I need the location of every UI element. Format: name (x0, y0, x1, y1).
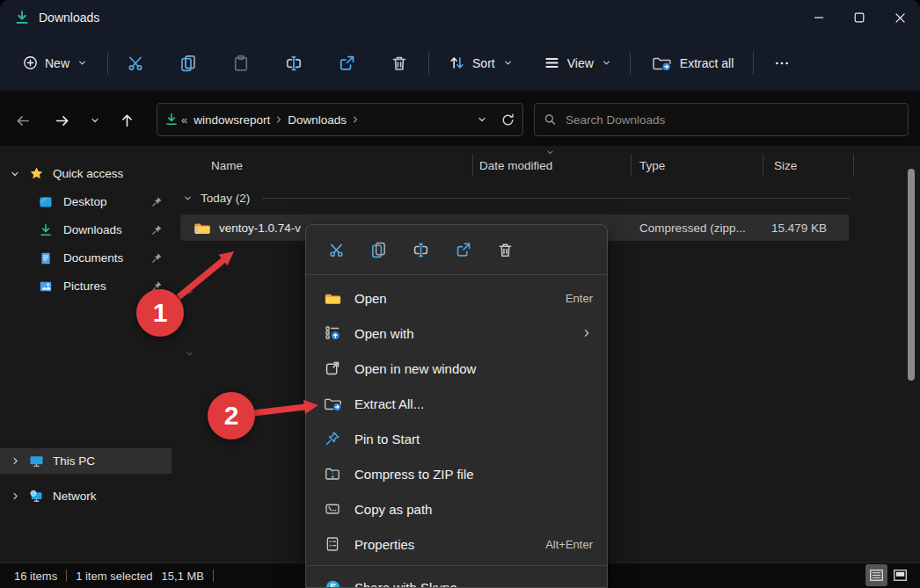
file-type: Compressed (zipp... (639, 221, 746, 235)
view-label: View (567, 56, 594, 70)
navigation-sidebar: Quick access Desktop Downloads Documents… (0, 146, 172, 563)
view-icon (544, 54, 560, 71)
maximize-button[interactable] (839, 0, 880, 35)
menu-item-properties[interactable]: Properties Alt+Enter (306, 526, 607, 562)
annotation-step-1: 1 (136, 289, 184, 337)
share-button[interactable] (326, 46, 367, 81)
paste-button[interactable] (221, 46, 261, 81)
menu-item-pin-to-start[interactable]: Pin to Start (306, 421, 607, 456)
toolbar-separator (107, 52, 108, 75)
column-header-type[interactable]: Type (639, 154, 665, 177)
search-box[interactable] (534, 103, 909, 136)
menu-item-label: Open in new window (354, 361, 476, 376)
chevron-down-icon[interactable] (9, 168, 21, 180)
thumbnails-view-button[interactable] (889, 564, 911, 586)
sidebar-item-this-pc[interactable]: This PC (0, 448, 172, 474)
address-bar[interactable]: « windowsreport Downloads (157, 103, 523, 136)
copy-button[interactable] (168, 46, 208, 81)
menu-item-open-in-new-window[interactable]: Open in new window (306, 351, 607, 386)
group-collapse-icon[interactable] (184, 287, 195, 298)
chevron-right-icon[interactable] (10, 455, 21, 467)
group-label: Today (2) (201, 192, 250, 205)
sidebar-item-network[interactable]: Network (0, 483, 172, 509)
context-menu-icon-row (306, 225, 607, 274)
vertical-scrollbar[interactable] (908, 169, 915, 381)
pin-icon (151, 196, 163, 207)
cut-button[interactable] (115, 46, 156, 81)
menu-item-open-with[interactable]: Open with (306, 316, 607, 351)
refresh-icon[interactable] (500, 113, 515, 127)
address-dropdown-icon[interactable] (476, 113, 488, 126)
menu-shortcut: Alt+Enter (545, 538, 593, 551)
delete-button[interactable] (379, 46, 420, 81)
minimize-icon (814, 12, 824, 23)
open-with-icon (325, 325, 340, 341)
status-divider (213, 570, 214, 582)
chevron-right-icon (274, 114, 284, 125)
sidebar-item-documents[interactable]: Documents (0, 245, 172, 271)
breadcrumb-downloads[interactable]: Downloads (284, 113, 350, 127)
details-view-button[interactable] (865, 564, 887, 586)
column-separator[interactable] (853, 154, 854, 177)
menu-separator (306, 565, 607, 566)
menu-item-share-with-skype[interactable]: Share with Skype (306, 570, 607, 588)
menu-item-open[interactable]: Open Enter (306, 280, 607, 316)
selection-count: 1 item selected (76, 570, 152, 583)
new-label: New (45, 56, 69, 70)
copy-icon (370, 242, 387, 258)
sidebar-item-quick-access[interactable]: Quick access (0, 161, 172, 186)
chevron-down-icon (502, 57, 514, 69)
sidebar-item-desktop[interactable]: Desktop (0, 189, 172, 214)
up-button[interactable] (114, 108, 139, 133)
selection-size: 15,1 MB (162, 570, 204, 583)
column-separator[interactable] (631, 154, 632, 177)
search-input[interactable] (566, 113, 899, 127)
recent-locations-button[interactable] (83, 108, 107, 133)
rename-icon (413, 242, 429, 258)
menu-item-compress-to-zip[interactable]: Compress to ZIP file (306, 456, 607, 491)
group-collapse-icon[interactable] (182, 192, 193, 204)
close-button[interactable] (880, 0, 920, 35)
compress-icon (325, 466, 340, 482)
extract-all-button[interactable]: Extract all (645, 46, 741, 81)
new-button[interactable]: New (16, 46, 95, 81)
column-separator[interactable] (472, 154, 473, 177)
network-icon (29, 489, 44, 504)
column-header-size[interactable]: Size (774, 154, 797, 177)
breadcrumb-overflow[interactable]: « (179, 113, 190, 127)
sidebar-item-downloads[interactable]: Downloads (0, 217, 172, 243)
folder-icon (324, 291, 342, 306)
menu-item-label: Compress to ZIP file (354, 467, 474, 482)
group-header-today[interactable]: Today (2) (179, 186, 850, 209)
chevron-right-icon[interactable] (10, 490, 21, 502)
view-button[interactable]: View (537, 46, 619, 81)
minimize-button[interactable] (799, 0, 839, 35)
forward-button[interactable] (49, 108, 74, 133)
sort-button[interactable]: Sort (442, 46, 521, 81)
chevron-down-icon (89, 114, 101, 127)
sidebar-item-label: Desktop (63, 195, 107, 208)
rename-button[interactable] (399, 232, 442, 267)
cut-button[interactable] (315, 232, 357, 267)
delete-button[interactable] (484, 232, 526, 267)
submenu-chevron-icon (580, 327, 593, 339)
column-header-name[interactable]: Name (211, 154, 243, 177)
rename-button[interactable] (274, 46, 314, 81)
share-icon (455, 242, 471, 258)
more-options-button[interactable] (764, 46, 800, 81)
breadcrumb-windowsreport[interactable]: windowsreport (190, 113, 274, 127)
menu-item-label: Share with Skype (354, 580, 457, 588)
title-bar: Downloads (0, 0, 920, 35)
back-button[interactable] (11, 108, 35, 133)
menu-item-extract-all[interactable]: Extract All... (306, 386, 607, 421)
copy-button[interactable] (357, 232, 399, 267)
delete-icon (497, 242, 514, 258)
share-button[interactable] (442, 232, 484, 267)
desktop-icon (39, 195, 53, 209)
column-separator[interactable] (763, 154, 763, 177)
group-collapse-icon[interactable] (184, 348, 195, 359)
delete-icon (391, 54, 408, 72)
menu-item-copy-as-path[interactable]: Copy as path (306, 491, 607, 526)
column-header-date-modified[interactable]: Date modified (479, 154, 552, 177)
downloads-folder-icon (164, 113, 179, 127)
